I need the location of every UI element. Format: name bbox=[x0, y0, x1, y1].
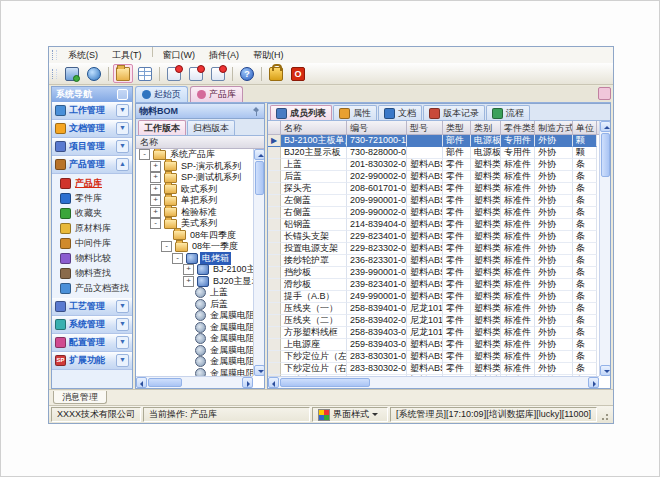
sidebar-group-2[interactable]: 文档管理▼ bbox=[52, 120, 132, 138]
table-row[interactable]: 接纱轮护罩236-823301-00I塑料ABS零件塑料类标准件外协条 bbox=[268, 255, 599, 267]
sidebar-item-物料比较[interactable]: 物料比较 bbox=[52, 251, 132, 266]
doc-tab-起始页[interactable]: 起始页 bbox=[135, 86, 188, 102]
sidebar-item-产品文档查找[interactable]: 产品文档查找 bbox=[52, 281, 132, 296]
collapse-icon[interactable]: - bbox=[139, 149, 150, 160]
expand-icon[interactable]: + bbox=[150, 161, 161, 172]
collapse-icon[interactable]: - bbox=[161, 241, 172, 252]
menu-item-1[interactable]: 系统(S) bbox=[61, 47, 105, 64]
column-header-零件类型[interactable]: 零件类型 bbox=[501, 121, 535, 134]
scroll-down-icon[interactable] bbox=[254, 365, 264, 376]
sidebar-collapse-icon[interactable] bbox=[117, 89, 128, 100]
column-header-类型[interactable]: 类型 bbox=[443, 121, 471, 134]
column-header-型号[interactable]: 型号 bbox=[407, 121, 443, 134]
chevron-down-icon[interactable]: ▼ bbox=[116, 354, 129, 367]
menu-item-3[interactable]: 窗口(W) bbox=[156, 47, 203, 64]
column-header-单位[interactable]: 单位 bbox=[573, 121, 597, 134]
column-header-名称[interactable]: 名称 bbox=[281, 121, 347, 134]
chevron-down-icon[interactable]: ▼ bbox=[116, 122, 129, 135]
table-row[interactable]: ▶BJ-2100主板单点730-721000-12I部件电源板专用件外协颗 bbox=[268, 135, 599, 147]
toolbar-grip-handle[interactable] bbox=[52, 69, 57, 79]
doc-tab-产品库[interactable]: 产品库 bbox=[190, 86, 243, 102]
chevron-down-icon[interactable]: ▼ bbox=[116, 300, 129, 313]
chevron-down-icon[interactable]: ▼ bbox=[116, 104, 129, 117]
sidebar-group-6[interactable]: 系统管理▼ bbox=[52, 316, 132, 334]
member-tab-版本记录[interactable]: 版本记录 bbox=[423, 105, 485, 120]
grid-button[interactable] bbox=[135, 64, 155, 83]
table-row[interactable]: 铝钢盖214-839404-01I塑料ABS零件塑料类标准件外协条 bbox=[268, 219, 599, 231]
sidebar-item-原材料库[interactable]: 原材料库 bbox=[52, 221, 132, 236]
tree-vscroll-thumb[interactable] bbox=[255, 161, 264, 195]
tree-vertical-scrollbar[interactable] bbox=[253, 149, 264, 376]
table-row[interactable]: 投置电源支架229-823302-00I塑料ABS零件塑料类标准件外协条 bbox=[268, 243, 599, 255]
resize-grip[interactable] bbox=[601, 409, 611, 421]
table-row[interactable]: 长锚头支架229-823401-00I塑料ABS零件塑料类标准件外协条 bbox=[268, 231, 599, 243]
globe-button[interactable] bbox=[84, 64, 104, 83]
scroll-up-icon[interactable] bbox=[600, 121, 610, 132]
grid-vscroll-thumb[interactable] bbox=[601, 133, 610, 177]
message-manager-tab[interactable]: 消息管理 bbox=[53, 391, 107, 404]
menu-item-4[interactable]: 插件(A) bbox=[202, 47, 246, 64]
sidebar-item-产品库[interactable]: 产品库 bbox=[52, 176, 132, 191]
tree-horizontal-scrollbar[interactable] bbox=[136, 376, 253, 388]
sidebar-group-5[interactable]: 工艺管理▼ bbox=[52, 298, 132, 316]
monitor-button[interactable] bbox=[62, 64, 82, 83]
chevron-down-icon[interactable]: ▼ bbox=[116, 318, 129, 331]
sidebar-item-收藏夹[interactable]: 收藏夹 bbox=[52, 206, 132, 221]
scroll-down-icon[interactable] bbox=[600, 365, 610, 376]
sidebar-item-中间件库[interactable]: 中间件库 bbox=[52, 236, 132, 251]
expand-icon[interactable]: + bbox=[150, 195, 161, 206]
sidebar-item-物料查找[interactable]: 物料查找 bbox=[52, 266, 132, 281]
doc-delete-button[interactable] bbox=[208, 64, 228, 83]
table-row[interactable]: 下纱定位片（右）283-830302-00I塑料ABS零件塑料类标准件外协条 bbox=[268, 363, 599, 375]
scroll-left-icon[interactable] bbox=[268, 377, 279, 388]
table-row[interactable]: 压线夹（二）258-839402-00I尼龙1010零件塑料类标准件外协条 bbox=[268, 315, 599, 327]
folder-button[interactable] bbox=[113, 64, 133, 83]
sidebar-group-7[interactable]: 配置管理▼ bbox=[52, 334, 132, 352]
tree-column-header[interactable]: 名称 bbox=[136, 136, 264, 149]
member-tab-成员列表[interactable]: 成员列表 bbox=[270, 105, 332, 120]
table-row[interactable]: 后盖202-990002-01I塑料ABS零件塑料类标准件外协条 bbox=[268, 171, 599, 183]
column-header-编号[interactable]: 编号 bbox=[347, 121, 407, 134]
table-row[interactable]: 提手（A.B）249-990001-01I塑料ABS零件塑料类标准件外协条 bbox=[268, 291, 599, 303]
sidebar-group-3[interactable]: 项目管理▼ bbox=[52, 138, 132, 156]
table-row[interactable]: 探头壳208-601701-01I塑料ABS零件塑料类标准件外协条 bbox=[268, 183, 599, 195]
table-row[interactable]: 下纱定位片（左）283-830301-00I塑料ABS零件塑料类标准件外协条 bbox=[268, 351, 599, 363]
table-row[interactable]: 左侧盖209-990001-01I塑料ABS零件塑料类标准件外协条 bbox=[268, 195, 599, 207]
expand-icon[interactable]: + bbox=[150, 184, 161, 195]
sidebar-group-4[interactable]: 产品管理▲ bbox=[52, 156, 132, 174]
sidebar-item-零件库[interactable]: 零件库 bbox=[52, 191, 132, 206]
ui-style-selector[interactable]: 界面样式 bbox=[312, 407, 388, 422]
tab-list-button[interactable] bbox=[598, 87, 611, 100]
expand-icon[interactable]: + bbox=[150, 172, 161, 183]
expand-icon[interactable]: + bbox=[183, 276, 194, 287]
tree-node-上盖[interactable]: 上盖 bbox=[136, 287, 253, 299]
lock-button[interactable] bbox=[266, 64, 286, 83]
menu-item-5[interactable]: 帮助(H) bbox=[246, 47, 291, 64]
menu-item-2[interactable]: 工具(T) bbox=[105, 47, 149, 64]
pin-icon[interactable] bbox=[252, 107, 261, 116]
power-button[interactable]: O bbox=[288, 64, 308, 83]
column-header-制造方式[interactable]: 制造方式 bbox=[535, 121, 573, 134]
chevron-down-icon[interactable]: ▼ bbox=[116, 140, 129, 153]
scroll-right-icon[interactable] bbox=[242, 377, 253, 388]
grid-hscroll-thumb[interactable] bbox=[280, 378, 370, 387]
scroll-up-icon[interactable] bbox=[254, 149, 264, 160]
member-tab-属性[interactable]: 属性 bbox=[333, 105, 377, 120]
help-button[interactable]: ? bbox=[237, 64, 257, 83]
grid-vertical-scrollbar[interactable] bbox=[599, 121, 610, 376]
expand-icon[interactable]: + bbox=[150, 207, 161, 218]
scroll-right-icon[interactable] bbox=[588, 377, 599, 388]
collapse-icon[interactable]: - bbox=[150, 218, 161, 229]
chevron-down-icon[interactable]: ▼ bbox=[116, 336, 129, 349]
bom-tab-归档版本[interactable]: 归档版本 bbox=[187, 120, 235, 135]
chevron-up-icon[interactable]: ▲ bbox=[116, 158, 129, 171]
grid-horizontal-scrollbar[interactable] bbox=[268, 376, 599, 388]
member-tab-流程[interactable]: 流程 bbox=[486, 105, 530, 120]
member-tab-文档[interactable]: 文档 bbox=[378, 105, 422, 120]
doc-new-button[interactable] bbox=[164, 64, 184, 83]
table-row[interactable]: 上盖201-830302-00I塑料ABS零件塑料类标准件外协条 bbox=[268, 159, 599, 171]
column-header-类别[interactable]: 类别 bbox=[471, 121, 501, 134]
table-row[interactable]: 压线夹（一）258-839401-00I尼龙1010零件塑料类标准件外协条 bbox=[268, 303, 599, 315]
doc-open-button[interactable] bbox=[186, 64, 206, 83]
tree-node-BJ20主显示板[interactable]: +BJ20主显示板 bbox=[136, 276, 253, 288]
